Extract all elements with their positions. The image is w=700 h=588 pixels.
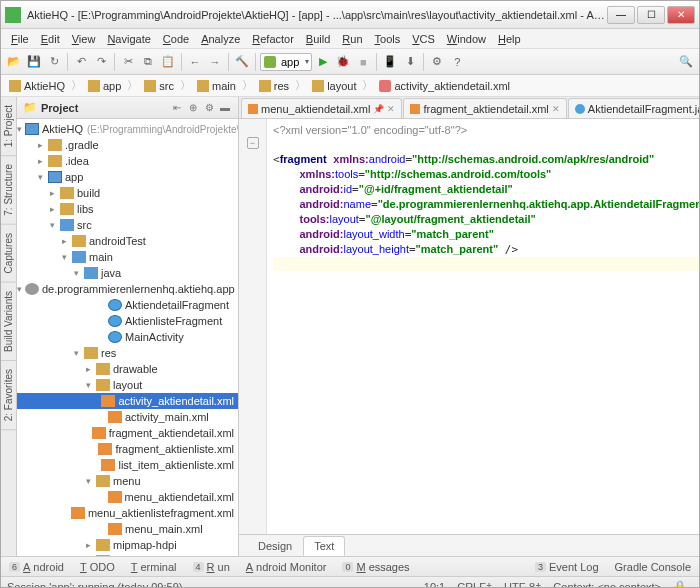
open-icon[interactable]: 📂 [5,53,23,71]
editor-tab[interactable]: menu_aktiendetail.xml📌✕ [241,98,402,118]
tree-row[interactable]: ▾res [17,345,238,361]
tree-toggle-icon[interactable]: ▸ [83,540,93,550]
copy-icon[interactable]: ⧉ [139,53,157,71]
menu-run[interactable]: Run [336,31,368,47]
tree-toggle-icon[interactable]: ▾ [17,124,22,134]
tree-row[interactable]: AktienlisteFragment [17,313,238,329]
tree-row[interactable]: menu_aktiendetail.xml [17,489,238,505]
breadcrumb-item[interactable]: app [84,78,125,94]
cut-icon[interactable]: ✂ [119,53,137,71]
tree-toggle-icon[interactable]: ▸ [59,236,69,246]
tree-row[interactable]: ▸build [17,185,238,201]
close-button[interactable]: ✕ [667,6,695,24]
tree-row[interactable]: fragment_aktienliste.xml [17,441,238,457]
avd-icon[interactable]: 📱 [381,53,399,71]
collapse-icon[interactable]: ⇤ [170,101,184,115]
tree-toggle-icon[interactable]: ▸ [47,188,57,198]
menu-refactor[interactable]: Refactor [246,31,300,47]
breadcrumb-item[interactable]: main [193,78,240,94]
breadcrumb-item[interactable]: activity_aktiendetail.xml [375,78,514,94]
lock-icon[interactable]: 🔒 [667,580,693,588]
tree-row[interactable]: ▾app [17,169,238,185]
tree-row[interactable]: menu_main.xml [17,521,238,537]
tree-row[interactable]: ▾de.programmierenlernenhq.aktiehq.app [17,281,238,297]
tree-row[interactable]: AktiendetailFragment [17,297,238,313]
run-config-combo[interactable]: app [260,53,312,71]
bottom-tool-button[interactable]: TODO [76,559,119,575]
tree-row[interactable]: activity_aktiendetail.xml [17,393,238,409]
rail-tab[interactable]: 1: Project [1,97,16,156]
stop-icon[interactable]: ■ [354,53,372,71]
menu-build[interactable]: Build [300,31,336,47]
close-tab-icon[interactable]: ✕ [387,104,395,114]
menu-tools[interactable]: Tools [369,31,407,47]
undo-icon[interactable]: ↶ [72,53,90,71]
rail-tab[interactable]: 2: Favorites [1,361,16,430]
tree-row[interactable]: ▸.gradle [17,137,238,153]
menu-help[interactable]: Help [492,31,527,47]
forward-icon[interactable]: → [206,53,224,71]
editor-tab[interactable]: fragment_aktiendetail.xml✕ [403,98,566,118]
fold-icon[interactable]: − [247,137,259,149]
line-ending[interactable]: CRLF‡ [451,581,498,589]
tree-toggle-icon[interactable]: ▾ [35,172,45,182]
tree-toggle-icon[interactable]: ▾ [47,220,57,230]
tree-toggle-icon[interactable]: ▸ [35,140,45,150]
maximize-button[interactable]: ☐ [637,6,665,24]
tree-toggle-icon[interactable]: ▸ [35,156,45,166]
file-encoding[interactable]: UTF-8‡ [498,581,547,589]
bottom-tool-button[interactable]: 4 Run [189,559,234,575]
bottom-tool-button[interactable]: 0 Messages [338,559,413,575]
tree-toggle-icon[interactable]: ▾ [83,380,93,390]
breadcrumb-item[interactable]: res [255,78,293,94]
tree-row[interactable]: ▸.idea [17,153,238,169]
build-icon[interactable]: 🔨 [233,53,251,71]
tree-toggle-icon[interactable]: ▾ [71,268,81,278]
save-icon[interactable]: 💾 [25,53,43,71]
tree-row[interactable]: ▸mipmap-mdpi [17,553,238,556]
help-icon[interactable]: ? [448,53,466,71]
minimize-button[interactable]: — [607,6,635,24]
tree-row[interactable]: ▾java [17,265,238,281]
design-tab-text[interactable]: Text [303,536,345,556]
tree-toggle-icon[interactable]: ▾ [59,252,69,262]
project-tree[interactable]: ▾AktieHQ(E:\Programming\AndroidProjekte\… [17,119,238,556]
paste-icon[interactable]: 📋 [159,53,177,71]
menu-edit[interactable]: Edit [35,31,66,47]
search-icon[interactable]: 🔍 [677,53,695,71]
bottom-tool-button[interactable]: 3 Event Log [531,559,603,575]
tree-toggle-icon[interactable]: ▾ [83,476,93,486]
tree-row[interactable]: list_item_aktienliste.xml [17,457,238,473]
close-tab-icon[interactable]: ✕ [552,104,560,114]
menu-file[interactable]: File [5,31,35,47]
code-editor[interactable]: <?xml version="1.0" encoding="utf-8"?> <… [267,119,700,534]
tree-row[interactable]: ▸androidTest [17,233,238,249]
pin-icon[interactable]: 📌 [373,104,384,114]
bottom-tool-button[interactable]: Terminal [127,559,181,575]
settings-icon[interactable]: ⚙ [428,53,446,71]
run-icon[interactable]: ▶ [314,53,332,71]
rail-tab[interactable]: 7: Structure [1,156,16,225]
target-icon[interactable]: ⊕ [186,101,200,115]
menu-analyze[interactable]: Analyze [195,31,246,47]
tree-toggle-icon[interactable]: ▸ [47,204,57,214]
tree-row[interactable]: ▾layout [17,377,238,393]
rail-tab[interactable]: Captures [1,225,16,283]
menu-vcs[interactable]: VCS [406,31,441,47]
bottom-tool-button[interactable]: 6 Android [5,559,68,575]
menu-view[interactable]: View [66,31,102,47]
rail-tab[interactable]: Build Variants [1,283,16,361]
menu-navigate[interactable]: Navigate [101,31,156,47]
bottom-tool-button[interactable]: Android Monitor [242,559,331,575]
breadcrumb-item[interactable]: AktieHQ [5,78,69,94]
tree-row[interactable]: ▾src [17,217,238,233]
tree-row[interactable]: fragment_aktiendetail.xml [17,425,238,441]
menu-code[interactable]: Code [157,31,195,47]
tree-row[interactable]: ▾AktieHQ(E:\Programming\AndroidProjekte\… [17,121,238,137]
hide-icon[interactable]: ▬ [218,101,232,115]
tree-row[interactable]: ▸drawable [17,361,238,377]
tree-row[interactable]: ▸libs [17,201,238,217]
tree-row[interactable]: menu_aktienlistefragment.xml [17,505,238,521]
gear-icon[interactable]: ⚙ [202,101,216,115]
tree-toggle-icon[interactable]: ▾ [17,284,22,294]
